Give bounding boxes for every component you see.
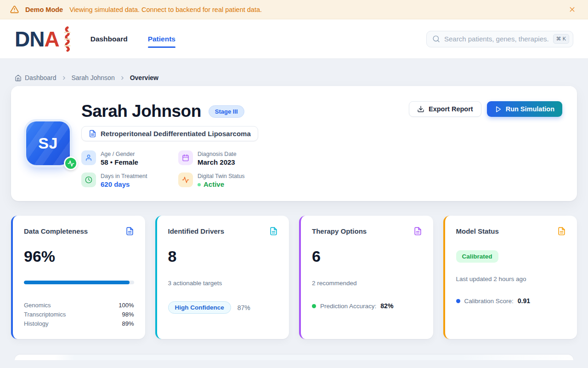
patient-summary: Sarah Johnson Stage III Retroperitoneal … (81, 101, 316, 191)
avatar-initials: SJ (38, 134, 58, 152)
card-therapy-options: Therapy Options 6 2 recommended Predicti… (299, 216, 433, 339)
card-title: Data Completeness (24, 227, 88, 235)
blue-dot (456, 299, 460, 303)
file-text-icon (557, 227, 566, 236)
progress-bar (24, 281, 134, 284)
card-title: Model Status (456, 227, 499, 235)
file-text-icon (269, 227, 278, 236)
logo-text-dn: DN (15, 29, 44, 50)
file-text-icon (89, 130, 96, 138)
field-age-gender: Age / Gender58 • Female (81, 150, 178, 169)
drivers-count: 8 (168, 247, 278, 266)
diagnosis-chip: Retroperitoneal Dedifferentiated Liposar… (81, 126, 258, 141)
confidence-badge: High Confidence (168, 301, 231, 314)
model-updated-text: Last updated 2 hours ago (456, 276, 566, 282)
completeness-value: 96% (24, 247, 134, 266)
home-icon (15, 75, 22, 81)
app-header: DNA Dashboard Patients ⌘ K (0, 19, 588, 59)
hero-actions: Export Report Run Simulation (409, 101, 562, 117)
drivers-subtitle: 3 actionable targets (168, 280, 278, 287)
field-digital-twin-status: Digital Twin StatusActive (178, 172, 316, 191)
search-icon (432, 35, 440, 43)
file-text-icon (125, 227, 134, 236)
nav-item-patients[interactable]: Patients (148, 31, 175, 47)
global-search[interactable]: ⌘ K (426, 31, 573, 47)
close-icon[interactable] (566, 4, 578, 15)
breadcrumb: Dashboard Sarah Johnson Overview (0, 74, 588, 81)
chevron-right-icon (119, 75, 125, 81)
therapy-subtitle: 2 recommended (312, 280, 422, 287)
breadcrumb-current: Overview (130, 74, 158, 81)
banner-title: Demo Mode (25, 6, 63, 13)
breakdown-row: Histology89% (24, 319, 134, 328)
clock-icon (81, 172, 96, 187)
calibration-score-row: Calibration Score: 0.91 (456, 297, 566, 305)
patient-hero-card: SJ Sarah Johnson Stage III Retroperitone… (11, 86, 577, 201)
card-data-completeness: Data Completeness 96% Genomics100% Trans… (11, 216, 145, 339)
field-days-in-treatment: Days in Treatment620 days (81, 172, 178, 191)
dna-helix-icon (61, 26, 73, 52)
logo-text-a: A (44, 29, 59, 50)
breadcrumb-dashboard[interactable]: Dashboard (15, 74, 57, 81)
completeness-breakdown: Genomics100% Transcriptomics98% Histolog… (24, 301, 134, 328)
export-report-button[interactable]: Export Report (409, 101, 481, 117)
run-simulation-button[interactable]: Run Simulation (487, 101, 562, 117)
active-status-icon (64, 156, 78, 170)
card-identified-drivers: Identified Drivers 8 3 actionable target… (155, 216, 289, 339)
progress-fill (24, 281, 130, 284)
keyboard-shortcut-badge: ⌘ K (553, 34, 569, 44)
diagnosis-text: Retroperitoneal Dedifferentiated Liposar… (101, 130, 251, 138)
chevron-right-icon (61, 75, 67, 81)
prediction-accuracy-row: Prediction Accuracy: 82% (312, 302, 422, 310)
activity-icon (178, 172, 193, 187)
download-icon (417, 105, 424, 113)
search-input[interactable] (444, 35, 549, 43)
patient-name: Sarah Johnson (81, 101, 201, 121)
stat-cards-row: Data Completeness 96% Genomics100% Trans… (11, 216, 577, 339)
therapy-count: 6 (312, 247, 422, 266)
stage-badge: Stage III (209, 105, 244, 118)
breakdown-row: Transcriptomics98% (24, 310, 134, 319)
card-title: Identified Drivers (168, 227, 225, 235)
main-nav: Dashboard Patients (90, 31, 175, 47)
breadcrumb-patient[interactable]: Sarah Johnson (72, 74, 115, 81)
play-icon (495, 106, 502, 113)
confidence-percent: 87% (237, 304, 250, 311)
app-logo[interactable]: DNA (15, 26, 73, 52)
card-model-status: Model Status Calibrated Last updated 2 h… (443, 216, 577, 339)
card-title: Therapy Options (312, 227, 367, 235)
avatar: SJ (26, 121, 70, 165)
banner-message: Viewing simulated data. Connect to backe… (69, 6, 262, 13)
file-text-icon (413, 227, 422, 236)
breakdown-row: Genomics100% (24, 301, 134, 310)
field-diagnosis-date: Diagnosis DateMarch 2023 (178, 150, 316, 169)
demo-mode-banner: Demo Mode Viewing simulated data. Connec… (0, 0, 588, 19)
nav-item-dashboard[interactable]: Dashboard (90, 31, 128, 47)
green-dot (312, 304, 316, 308)
patient-info-grid: Age / Gender58 • Female Diagnosis DateMa… (81, 150, 316, 191)
warning-icon (10, 5, 19, 14)
calendar-icon (178, 150, 193, 165)
active-dot (198, 183, 201, 186)
user-icon (81, 150, 96, 165)
next-section-card-edge (15, 355, 573, 360)
calibrated-badge: Calibrated (456, 250, 498, 263)
